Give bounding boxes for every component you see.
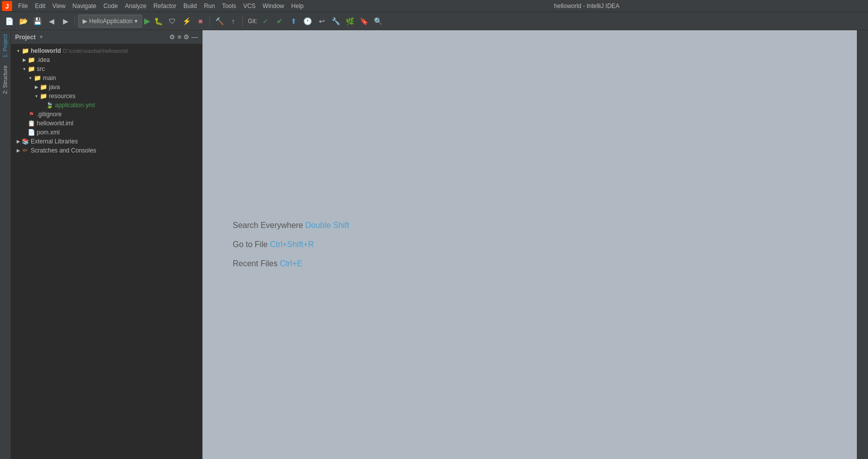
menu-analyze[interactable]: Analyze	[122, 2, 150, 11]
tree-label-java: java	[49, 84, 60, 91]
sidebar-tab-structure[interactable]: 2: Structure	[0, 61, 11, 98]
menu-code[interactable]: Code	[100, 2, 121, 11]
folder-icon-helloworld: 📁	[21, 47, 29, 55]
tree-label-main: main	[43, 74, 56, 82]
git-branch-btn[interactable]: 🌿	[344, 15, 356, 27]
toolbar: 📄 📂 💾 ◀ ▶ ▶ HelloApplication ▾ ▶ 🐛 🛡 ⚡ ■…	[0, 12, 868, 30]
tree-arrow-src[interactable]: ▾	[21, 66, 27, 71]
search-everywhere-btn[interactable]: 🔍	[372, 15, 384, 27]
editor-main: Search Everywhere Double Shift Go to Fil…	[203, 30, 857, 459]
tree-item-iml[interactable]: 📋 helloworld.iml	[11, 119, 202, 128]
tree-item-src[interactable]: ▾ 📁 src	[11, 64, 202, 73]
tree-arrow-main[interactable]: ▾	[27, 75, 33, 81]
menu-run[interactable]: Run	[201, 2, 218, 11]
tree-arrow-scratches[interactable]: ▶	[15, 148, 21, 153]
sidebar-tab-project[interactable]: 1: Project	[0, 30, 11, 61]
tree-label-pom: pom.xml	[37, 129, 59, 136]
update-btn[interactable]: ↑	[227, 15, 239, 27]
tree-item-java[interactable]: ▶ 📁 java	[11, 83, 202, 92]
hint-key-1: Double Shift	[305, 221, 349, 230]
forward-btn[interactable]: ▶	[59, 15, 72, 27]
tree-item-helloworld[interactable]: ▾ 📁 helloworld D:\code\xiaobai\helloworl…	[11, 46, 202, 55]
panel-dropdown-arrow[interactable]: ▾	[40, 34, 43, 40]
main-layout: 1: Project 2: Structure Project ▾ ⚙ ≡ ⚙ …	[0, 30, 868, 459]
sep1	[75, 16, 75, 26]
tree-label-yml: application.yml	[55, 102, 95, 109]
run-btn[interactable]: ▶	[144, 16, 150, 26]
menu-file[interactable]: File	[15, 2, 31, 11]
profile-btn[interactable]: ⚡	[180, 15, 192, 27]
folder-icon-java: 📁	[39, 83, 47, 91]
panel-gear-icon[interactable]: ⚙	[183, 33, 189, 41]
folder-icon-main: 📁	[33, 74, 41, 82]
new-file-btn[interactable]: 📄	[3, 15, 15, 27]
iml-icon: 📋	[27, 119, 35, 127]
tree-item-pom[interactable]: 📄 pom.xml	[11, 128, 202, 137]
tree-label-iml: helloworld.iml	[37, 120, 74, 127]
tree-item-idea[interactable]: ▶ 📁 .idea	[11, 55, 202, 64]
tree-label-src: src	[37, 65, 45, 72]
tree-arrow-ext[interactable]: ▶	[15, 139, 21, 144]
panel-icons: ⚙ ≡ ⚙ —	[169, 33, 198, 41]
open-btn[interactable]: 📂	[17, 15, 29, 27]
tree-item-gitignore[interactable]: ⚑ .gitignore	[11, 110, 202, 119]
build-btn[interactable]: 🔨	[213, 15, 225, 27]
menu-edit[interactable]: Edit	[32, 2, 48, 11]
menu-view[interactable]: View	[49, 2, 69, 11]
git-commit-btn[interactable]: ✔	[274, 15, 286, 27]
panel-settings-icon[interactable]: ≡	[177, 33, 181, 41]
tree-item-ext-libs[interactable]: ▶ 📚 External Libraries	[11, 137, 202, 146]
hint-text-3: Recent Files	[233, 259, 280, 268]
xml-icon: 📄	[27, 128, 35, 136]
coverage-btn[interactable]: 🛡	[166, 15, 178, 27]
git-file-icon: ⚑	[27, 110, 35, 118]
tree-arrow-helloworld[interactable]: ▾	[15, 48, 21, 53]
panel-minimize-icon[interactable]: —	[191, 33, 198, 41]
menu-refactor[interactable]: Refactor	[151, 2, 179, 11]
git-push-btn[interactable]: ⬆	[288, 15, 300, 27]
menu-window[interactable]: Window	[259, 2, 287, 11]
tree-label-ext: External Libraries	[31, 138, 78, 145]
tree-label-resources: resources	[49, 93, 76, 100]
menu-navigate[interactable]: Navigate	[70, 2, 99, 11]
tree-arrow-idea[interactable]: ▶	[21, 57, 27, 62]
menu-help[interactable]: Help	[288, 2, 307, 11]
sep2	[210, 16, 210, 26]
git-undo-btn[interactable]: ↩	[316, 15, 328, 27]
save-all-btn[interactable]: 💾	[31, 15, 43, 27]
menu-vcs[interactable]: VCS	[240, 2, 259, 11]
panel-sync-icon[interactable]: ⚙	[169, 33, 175, 41]
git-settings-btn[interactable]: 🔧	[330, 15, 342, 27]
run-config-selector[interactable]: ▶ HelloApplication ▾	[78, 15, 142, 28]
project-panel: Project ▾ ⚙ ≡ ⚙ — ▾ 📁 helloworld D:\code…	[11, 30, 203, 459]
menu-build[interactable]: Build	[180, 2, 200, 11]
tree-arrow-java[interactable]: ▶	[33, 85, 39, 90]
bookmark-btn[interactable]: 🔖	[358, 15, 370, 27]
tree-item-main[interactable]: ▾ 📁 main	[11, 73, 202, 83]
app-logo: J	[2, 1, 12, 11]
run-config-label: HelloApplication	[89, 18, 132, 25]
back-btn[interactable]: ◀	[45, 15, 57, 27]
debug-btn[interactable]: 🐛	[152, 15, 164, 27]
git-history-btn[interactable]: 🕐	[302, 15, 314, 27]
panel-title: Project	[15, 34, 36, 41]
tree-item-resources[interactable]: ▾ 📁 resources	[11, 92, 202, 101]
hint-key-3: Ctrl+E	[280, 259, 302, 268]
folder-icon-src: 📁	[27, 65, 35, 73]
right-side-tabs	[857, 30, 868, 459]
git-check-btn[interactable]: ✓	[259, 15, 272, 27]
editor-area: Search Everywhere Double Shift Go to Fil…	[203, 30, 857, 459]
stop-btn[interactable]: ■	[194, 15, 207, 27]
tree-path-helloworld: D:\code\xiaobai\helloworld	[63, 48, 127, 54]
tree-item-scratches[interactable]: ▶ ✏ Scratches and Consoles	[11, 146, 202, 155]
menu-tools[interactable]: Tools	[219, 2, 239, 11]
tree-item-application-yml[interactable]: 🍃 application.yml	[11, 101, 202, 110]
hint-key-2: Ctrl+Shift+R	[270, 240, 314, 249]
tree-label-gitignore: .gitignore	[37, 111, 61, 118]
git-label: Git:	[248, 18, 257, 25]
left-side-tabs: 1: Project 2: Structure	[0, 30, 11, 459]
run-config-icon: ▶	[83, 18, 87, 25]
tree-arrow-resources[interactable]: ▾	[33, 94, 39, 99]
menu-bar: J File Edit View Navigate Code Analyze R…	[0, 0, 868, 12]
hint-goto-file: Go to File Ctrl+Shift+R	[233, 240, 314, 249]
